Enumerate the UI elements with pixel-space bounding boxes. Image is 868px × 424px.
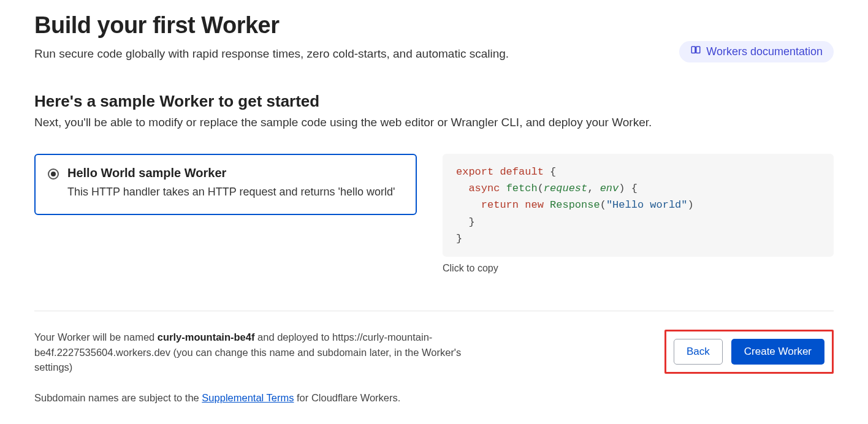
sample-subtext: Next, you'll be able to modify or replac…	[34, 116, 834, 129]
worker-name-info: Your Worker will be named curly-mountain…	[34, 330, 500, 375]
docs-link[interactable]: Workers documentation	[679, 41, 834, 62]
back-button[interactable]: Back	[674, 339, 723, 365]
sample-option-title: Hello World sample Worker	[67, 166, 395, 180]
sample-option-card[interactable]: Hello World sample Worker This HTTP hand…	[34, 154, 417, 215]
create-highlight: Back Create Worker	[664, 330, 834, 374]
code-sample[interactable]: export default { async fetch(request, en…	[443, 154, 834, 257]
legal-text: Subdomain names are subject to the Suppl…	[34, 392, 834, 404]
docs-link-label: Workers documentation	[706, 45, 823, 58]
radio-selected-icon	[48, 168, 59, 180]
book-icon	[690, 45, 701, 59]
svg-rect-0	[691, 47, 695, 53]
sample-option-desc: This HTTP handler takes an HTTP request …	[67, 184, 395, 200]
create-worker-button[interactable]: Create Worker	[731, 339, 824, 365]
page-subtitle: Run secure code globally with rapid resp…	[34, 47, 509, 61]
divider	[34, 311, 834, 311]
supplemental-terms-link[interactable]: Supplemental Terms	[202, 392, 294, 403]
page-title: Build your first Worker	[34, 12, 280, 39]
sample-heading: Here's a sample Worker to get started	[34, 92, 834, 111]
click-to-copy-label: Click to copy	[443, 263, 834, 274]
svg-rect-1	[696, 47, 700, 53]
